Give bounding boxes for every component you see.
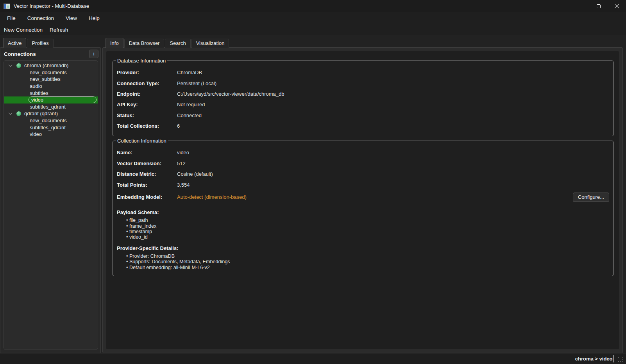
tab-active[interactable]: Active xyxy=(3,38,26,48)
field-label: Connection Type: xyxy=(117,80,177,86)
payload-field-timestamp: timestamp xyxy=(126,229,609,234)
database-information-group: Database Information Provider:ChromaDBCo… xyxy=(113,61,613,136)
tree-item-subtitles-qdrant[interactable]: subtitles_qdrant xyxy=(4,124,98,131)
chevron-down-icon[interactable] xyxy=(9,112,16,115)
info-pane: Database Information Provider:ChromaDBCo… xyxy=(102,47,623,353)
tool-bar: New ConnectionRefresh xyxy=(0,24,626,35)
collection-information-group: Collection Information Name:videoVector … xyxy=(113,141,613,276)
payload-schema-label: Payload Schema: xyxy=(117,208,609,217)
tab-info[interactable]: Info xyxy=(106,38,123,48)
chevron-down-icon[interactable] xyxy=(9,64,16,67)
field-label: Vector Dimension: xyxy=(117,161,177,166)
main-content: ActiveProfiles Connections + chroma (chr… xyxy=(0,35,626,353)
provider-details-label: Provider-Specific Details: xyxy=(117,244,609,253)
tree-item-label: subtitles_qdrant xyxy=(30,125,66,130)
field-value: ChromaDB xyxy=(177,70,609,75)
tree-item-label: video xyxy=(30,131,42,137)
field-value: C:/Users/ayd/src/vector-viewer/data/chro… xyxy=(177,91,609,97)
payload-field-video-id: video_id xyxy=(126,234,609,240)
field-label: Provider: xyxy=(117,70,177,75)
info-row-total-points: Total Points:3,554 xyxy=(117,179,609,190)
connection-status-icon xyxy=(16,111,21,116)
connections-header: Connections + xyxy=(0,48,100,59)
title-bar: Vector Inspector - Multi-Database xyxy=(0,0,626,12)
left-panel: ActiveProfiles Connections + chroma (chr… xyxy=(0,37,101,353)
field-label: Total Collections: xyxy=(117,123,177,129)
configure-button[interactable]: Configure... xyxy=(573,193,609,202)
info-row-api-key: API Key:Not required xyxy=(117,99,609,110)
provider-detail-default-embedding-all-minilm-l6-v2: Default embedding: all-MiniLM-L6-v2 xyxy=(126,265,609,270)
groupbox-title: Database Information xyxy=(116,58,167,64)
tab-search[interactable]: Search xyxy=(165,39,190,48)
field-value: 6 xyxy=(177,123,609,129)
field-label: Endpoint: xyxy=(117,91,177,97)
payload-field-file-path: file_path xyxy=(126,218,609,223)
field-value: 3,554 xyxy=(177,182,609,188)
info-row-embedding-model: Embedding Model:Auto-detect (dimension-b… xyxy=(117,190,609,204)
tree-item-label: new_subtitles xyxy=(30,76,61,82)
connections-title: Connections xyxy=(4,51,36,57)
maximize-button[interactable] xyxy=(589,0,608,12)
info-row-distance-metric: Distance Metric:Cosine (default) xyxy=(117,169,609,179)
tree-item-label: new_documents xyxy=(30,70,67,75)
field-value: Connected xyxy=(177,112,609,118)
info-row-status: Status:Connected xyxy=(117,110,609,121)
status-breadcrumb: chroma > video xyxy=(575,356,613,362)
app-icon xyxy=(4,4,10,9)
resize-grip-icon[interactable] xyxy=(618,357,623,362)
main-tab-bar: InfoData BrowserSearchVisualization xyxy=(102,37,623,48)
tab-visualization[interactable]: Visualization xyxy=(191,39,229,48)
menu-item-file[interactable]: File xyxy=(1,13,21,23)
field-label: Embedding Model: xyxy=(117,194,177,200)
field-value: Persistent (Local) xyxy=(177,80,609,86)
tree-item-label: subtitles xyxy=(30,90,48,96)
tree-item-label: new_documents xyxy=(30,118,67,123)
info-page: Database Information Provider:ChromaDBCo… xyxy=(106,51,619,349)
toolbar-button-new-connection[interactable]: New Connection xyxy=(2,26,44,34)
tree-item-audio[interactable]: audio xyxy=(4,83,98,90)
payload-field-frame-index: frame_index xyxy=(126,223,609,229)
tree-item-label: video xyxy=(29,96,97,103)
tree-item-label: subtitles_qdrant xyxy=(30,104,66,110)
main-panel: InfoData BrowserSearchVisualization Data… xyxy=(102,37,623,353)
info-row-total-collections: Total Collections:6 xyxy=(117,121,609,131)
add-connection-button[interactable]: + xyxy=(89,50,98,58)
tree-item-label: chroma (chromadb) xyxy=(24,62,68,68)
tree-item-new-subtitles[interactable]: new_subtitles xyxy=(4,76,98,83)
tree-item-subtitles-qdrant[interactable]: subtitles_qdrant xyxy=(4,103,98,111)
tree-item-subtitles[interactable]: subtitles xyxy=(4,89,98,96)
toolbar-button-refresh[interactable]: Refresh xyxy=(48,26,70,34)
connections-tree: chroma (chromadb)new_documentsnew_subtit… xyxy=(4,60,98,350)
provider-detail-provider-chromadb: Provider: ChromaDB xyxy=(126,253,609,259)
tab-profiles[interactable]: Profiles xyxy=(27,39,53,48)
info-row-vector-dimension: Vector Dimension:512 xyxy=(117,158,609,169)
tab-data-browser[interactable]: Data Browser xyxy=(124,39,165,48)
tree-item-new-documents[interactable]: new_documents xyxy=(4,117,98,124)
field-value: 512 xyxy=(177,161,609,166)
field-label: Distance Metric: xyxy=(117,171,177,177)
field-label: Name: xyxy=(117,150,177,155)
tree-item-new-documents[interactable]: new_documents xyxy=(4,69,98,76)
connection-status-icon xyxy=(16,63,21,68)
field-value: Auto-detect (dimension-based) xyxy=(177,194,573,200)
minimize-button[interactable] xyxy=(571,0,589,12)
field-value: Cosine (default) xyxy=(177,171,609,177)
menu-item-help[interactable]: Help xyxy=(83,13,106,23)
tree-item-chroma-chromadb[interactable]: chroma (chromadb) xyxy=(4,62,98,69)
tree-item-video[interactable]: video xyxy=(4,131,98,138)
field-value: video xyxy=(177,150,609,155)
collection-info-rows: Name:videoVector Dimension:512Distance M… xyxy=(117,147,609,204)
provider-detail-supports-documents-metadata-embeddings: Supports: Documents, Metadata, Embedding… xyxy=(126,259,609,264)
menu-item-connection[interactable]: Connection xyxy=(21,13,60,23)
field-label: Status: xyxy=(117,112,177,118)
menu-bar: FileConnectionViewHelp xyxy=(0,12,626,24)
info-row-name: Name:video xyxy=(117,147,609,158)
payload-schema-list: file_pathframe_indextimestampvideo_id xyxy=(126,218,609,240)
info-row-provider: Provider:ChromaDB xyxy=(117,67,609,78)
menu-item-view[interactable]: View xyxy=(60,13,83,23)
tree-item-video[interactable]: video xyxy=(4,96,98,103)
close-button[interactable] xyxy=(608,0,626,12)
tree-item-label: qdrant (qdrant) xyxy=(24,111,58,116)
minimize-icon xyxy=(578,6,582,6)
tree-item-qdrant-qdrant[interactable]: qdrant (qdrant) xyxy=(4,110,98,117)
